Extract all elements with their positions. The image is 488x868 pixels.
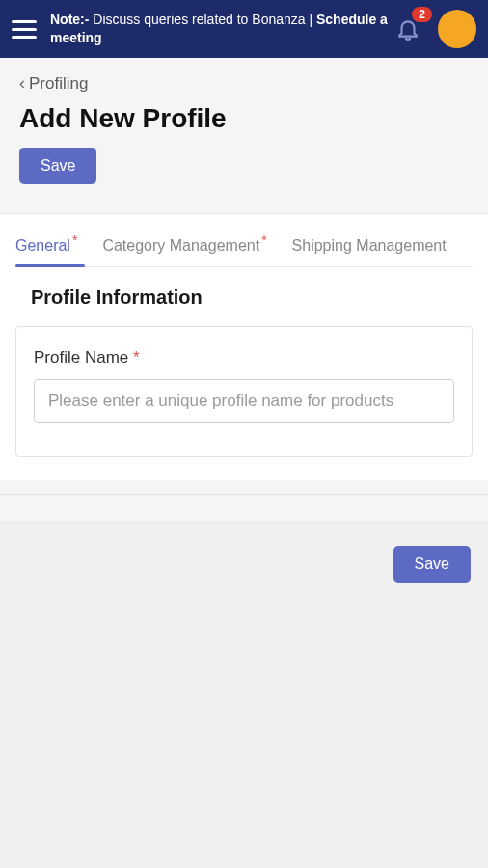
section-title: Profile Information (31, 286, 473, 309)
notification-bell[interactable]: 2 (392, 13, 424, 45)
tab-general[interactable]: General* (15, 231, 75, 266)
tab-category-label: Category Management (102, 237, 259, 254)
save-button-footer[interactable]: Save (393, 546, 471, 583)
tab-general-label: General (15, 237, 70, 254)
tab-shipping-management[interactable]: Shipping Management (292, 231, 447, 266)
form-card: Profile Name * (15, 326, 473, 457)
tabs: General* Category Management* Shipping M… (15, 231, 473, 267)
breadcrumb-label: Profiling (29, 74, 88, 94)
profile-name-label-text: Profile Name (34, 348, 128, 366)
header-note: Note:- Discuss queries related to Bonanz… (50, 11, 392, 47)
page-body: ‹ Profiling Add New Profile Save General… (0, 58, 488, 606)
breadcrumb[interactable]: ‹ Profiling (19, 73, 469, 94)
tab-shipping-label: Shipping Management (292, 237, 447, 254)
chevron-left-icon: ‹ (19, 73, 25, 94)
tabs-card: General* Category Management* Shipping M… (0, 213, 488, 480)
tab-category-management[interactable]: Category Management* (102, 231, 264, 266)
save-button[interactable]: Save (19, 148, 96, 184)
section-divider (0, 494, 488, 523)
menu-icon[interactable] (12, 16, 37, 41)
notification-badge: 2 (412, 7, 432, 22)
required-indicator: * (72, 232, 77, 248)
required-indicator: * (133, 348, 140, 366)
app-header: Note:- Discuss queries related to Bonanz… (0, 0, 488, 58)
page-title: Add New Profile (19, 103, 469, 134)
footer-actions: Save (0, 523, 488, 606)
note-prefix: Note:- (50, 12, 89, 27)
profile-name-input[interactable] (34, 379, 454, 423)
profile-name-label: Profile Name * (34, 348, 454, 367)
note-text: Discuss queries related to Bonanza | (93, 12, 312, 27)
avatar[interactable] (438, 10, 476, 48)
required-indicator: * (261, 232, 266, 248)
